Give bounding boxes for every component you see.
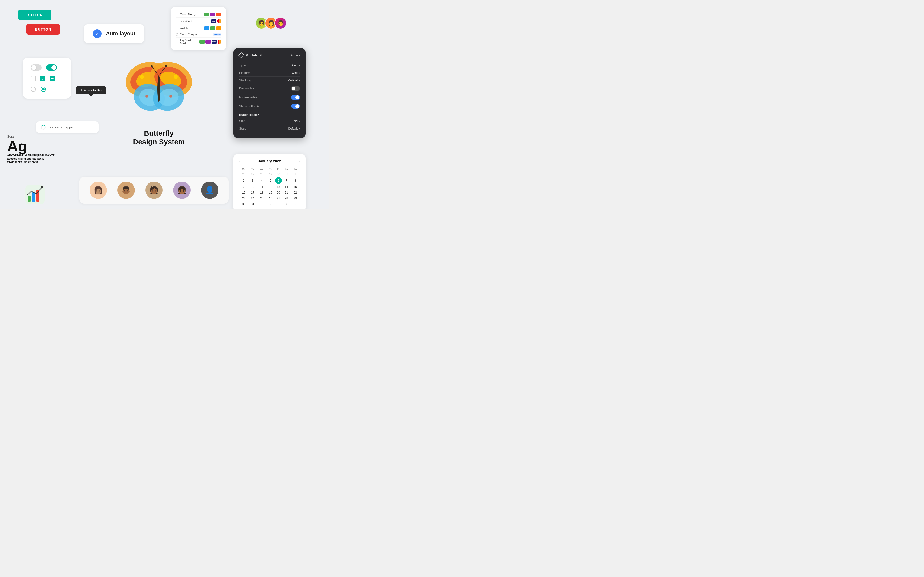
calendar-day[interactable]: 28 [257,171,266,177]
calendar-day[interactable]: 15 [291,184,300,190]
toggle-on[interactable] [46,64,57,71]
calendar-day[interactable]: 11 [257,184,266,190]
calendar-day[interactable]: 17 [248,190,257,195]
modals-header: Modals ▾ ✦ ••• [239,53,300,58]
mobile-money-icon3 [216,13,221,16]
calendar-day[interactable]: 30 [275,171,282,177]
calendar-day[interactable]: 28 [282,195,291,201]
calendar-day[interactable]: 23 [239,195,248,201]
calendar-day[interactable]: 18 [257,190,266,195]
checkbox-unchecked[interactable] [31,76,36,81]
calendar-day[interactable]: 3 [275,201,282,207]
calendar-next-button[interactable]: › [299,159,300,163]
svg-point-17 [145,95,148,98]
calendar-day[interactable]: 29 [266,171,275,177]
calendar-day[interactable]: 14 [282,184,291,190]
payment-row[interactable]: Mobile Money [176,11,221,18]
tooltip: This is a tooltip [76,86,107,95]
checkbox-indeterminate[interactable]: − [50,76,55,81]
cal-th-sa: Sa [282,167,291,171]
visa-icon: VISA [211,19,216,23]
calendar-day[interactable]: 30 [239,201,248,207]
modals-stacking-value[interactable]: Vertical ▾ [288,79,300,82]
payment-row-wallets[interactable]: Wallets [176,25,221,32]
modals-state-value[interactable]: Default ▾ [288,127,300,130]
calendar-day[interactable]: 5 [266,177,275,184]
calendar-day[interactable]: 22 [291,190,300,195]
calendar-month-year: January 2022 [258,159,281,163]
calendar-day[interactable]: 2 [266,201,275,207]
destructive-toggle[interactable] [291,86,300,91]
dismissible-toggle[interactable] [291,95,300,100]
calendar-day[interactable]: 19 [266,190,275,195]
radio-wallets [176,27,178,29]
modals-row-dismissible: Is dismissible [239,93,300,102]
modals-size-value[interactable]: md ▾ [294,119,300,123]
calendar-day[interactable]: 7 [282,177,291,184]
toggle-on-knob [52,65,56,70]
calendar-day[interactable]: 1 [291,171,300,177]
radio-bank-card [176,20,178,23]
radio-unchecked[interactable] [31,87,36,92]
platform-chevron-icon: ▾ [299,72,300,74]
payment-row-small[interactable]: Pay Small Small VISA [176,37,221,46]
calendar-day[interactable]: 25 [257,195,266,201]
calendar-day[interactable]: 12 [266,184,275,190]
calendar-day[interactable]: 16 [239,190,248,195]
type-chevron-icon: ▾ [299,64,300,67]
payment-row-bank[interactable]: Bank Card VISA [176,18,221,25]
red-button[interactable]: BUTTON [26,24,60,35]
calendar-day[interactable]: 10 [248,184,257,190]
calendar-day[interactable]: 31 [282,171,291,177]
tooltip-wrapper: This is a tooltip [76,86,107,95]
typography-area: Sora Ag ABCDEFGHIJKLMNOPQRSTUVWXYZ abcde… [7,135,55,163]
calendar-day[interactable]: 1 [257,201,266,207]
calendar-day[interactable]: 8 [291,177,300,184]
state-chevron-icon: ▾ [299,127,300,130]
cal-th-fr: Fr [275,167,282,171]
calendar-day[interactable]: 27 [275,195,282,201]
calendar-day[interactable]: 6 [275,177,282,184]
search-input-wrap[interactable]: is about to happen [36,121,99,133]
butterfly-title: Butterfly Design System [133,129,184,146]
calendar-day[interactable]: 31 [248,201,257,207]
calendar-day[interactable]: 26 [239,171,248,177]
cal-th-su: Su [291,167,300,171]
calendar-day[interactable]: 26 [266,195,275,201]
checkbox-checked[interactable]: ✓ [40,76,45,81]
calendar-day[interactable]: 27 [248,171,257,177]
calendar-day[interactable]: 4 [282,201,291,207]
calendar-day[interactable]: 13 [275,184,282,190]
radio-checked[interactable] [41,87,46,92]
toggle-off[interactable] [31,64,42,71]
calendar-day[interactable]: 20 [275,190,282,195]
modals-destructive-label: Destructive [239,87,254,90]
calendar-day[interactable]: 21 [282,190,291,195]
svg-point-23 [41,186,43,188]
show-button-toggle-knob [296,104,299,108]
calendar-day[interactable]: 5 [291,201,300,207]
calendar-body: 2627282930311234567891011121314151617181… [239,171,300,207]
payment-row-cash[interactable]: Cash / Cheque BankPay [176,32,221,37]
calendar-day[interactable]: 2 [239,177,248,184]
calendar-prev-button[interactable]: ‹ [239,159,241,163]
calendar-day[interactable]: 9 [239,184,248,190]
auto-layout-label: Auto-layout [106,31,135,37]
modals-type-label: Type [239,64,246,67]
calendar-day[interactable]: 29 [291,195,300,201]
show-button-toggle[interactable] [291,104,300,109]
modals-type-value[interactable]: Alert ▾ [291,64,300,67]
avatar-3: 👨 [274,17,287,29]
calendar-day[interactable]: 3 [248,177,257,184]
pay-small-mc [218,40,221,44]
calendar-day[interactable]: 4 [257,177,266,184]
avatar-bottom-5: 👤 [201,182,218,199]
modals-more-icon[interactable]: ••• [296,53,300,58]
calendar-week-row: 303112345 [239,201,300,207]
teal-button[interactable]: BUTTON [18,10,52,20]
modals-platform-value[interactable]: Web ▾ [292,71,300,74]
modals-chevron-icon[interactable]: ▾ [260,53,262,58]
destructive-toggle-knob [292,87,296,90]
calendar-day[interactable]: 24 [248,195,257,201]
modals-move-icon[interactable]: ✦ [290,53,293,58]
